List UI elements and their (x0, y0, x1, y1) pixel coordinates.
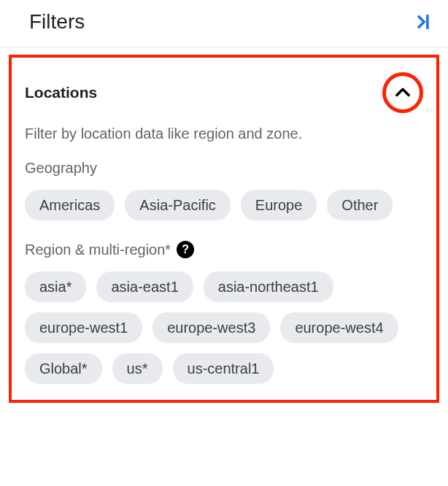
page-title: Filters (29, 10, 85, 34)
region-chip[interactable]: asia-east1 (96, 271, 193, 302)
geography-chip[interactable]: Americas (25, 190, 115, 220)
region-chip[interactable]: europe-west3 (152, 312, 270, 343)
region-chip[interactable]: asia* (25, 271, 86, 302)
region-chip[interactable]: us-central1 (173, 353, 274, 384)
help-icon[interactable]: ? (177, 241, 194, 258)
collapse-locations-button[interactable] (382, 72, 423, 113)
region-chip-group: asia*asia-east1asia-northeast1europe-wes… (25, 271, 423, 384)
region-chip[interactable]: europe-west1 (25, 312, 142, 343)
geography-chip[interactable]: Europe (241, 190, 317, 220)
region-chip[interactable]: europe-west4 (280, 312, 398, 343)
geography-chip-group: AmericasAsia-PacificEuropeOther (25, 190, 423, 220)
region-chip[interactable]: us* (112, 353, 163, 384)
locations-filter-panel: Locations Filter by location data like r… (9, 55, 439, 403)
locations-section-title: Locations (25, 84, 97, 101)
geography-chip[interactable]: Asia-Pacific (125, 190, 230, 220)
region-chip[interactable]: asia-northeast1 (204, 271, 333, 302)
collapse-panel-button[interactable] (413, 12, 433, 32)
filters-header: Filters (0, 0, 448, 47)
locations-description: Filter by location data like region and … (25, 123, 423, 144)
geography-label-text: Geography (25, 160, 97, 177)
chevron-up-icon (393, 82, 413, 103)
region-label-text: Region & multi-region* (25, 242, 171, 258)
region-chip[interactable]: Global* (25, 353, 102, 384)
region-group-label: Region & multi-region* ? (25, 241, 423, 258)
collapse-right-icon (413, 12, 433, 32)
geography-chip[interactable]: Other (327, 190, 393, 220)
geography-group-label: Geography (25, 160, 423, 177)
